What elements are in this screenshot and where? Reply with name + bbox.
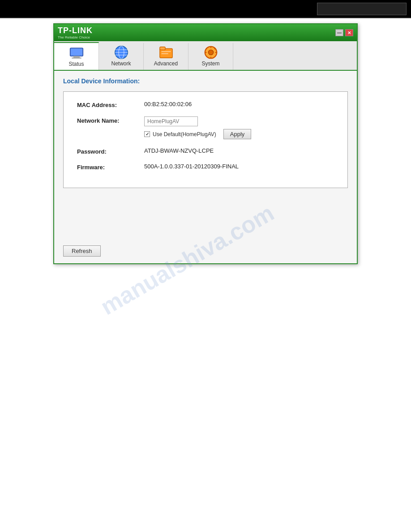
firmware-label: Firmware: (77, 163, 144, 171)
advanced-icon (159, 46, 173, 59)
brand-logo: TP-LINK The Reliable Choice (58, 26, 93, 39)
password-label: Password: (77, 147, 144, 155)
main-window: TP-LINK The Reliable Choice — ✕ Status (53, 23, 358, 264)
svg-rect-0 (70, 48, 82, 56)
network-name-input[interactable] (144, 116, 198, 126)
svg-rect-2 (72, 58, 81, 59)
info-box: MAC Address: 00:B2:52:00:02:06 Network N… (63, 91, 348, 188)
firmware-row: Firmware: 500A-1.0.0.337-01-20120309-FIN… (77, 163, 334, 171)
tab-status[interactable]: Status (54, 42, 99, 70)
network-name-label: Network Name: (77, 116, 144, 124)
brand-name: TP-LINK (58, 26, 93, 35)
top-bar (0, 0, 411, 18)
svg-rect-1 (73, 56, 79, 58)
tab-advanced-label: Advanced (154, 60, 178, 67)
apply-button[interactable]: Apply (223, 129, 252, 139)
svg-rect-17 (215, 52, 217, 53)
refresh-button[interactable]: Refresh (63, 245, 101, 257)
use-default-checkbox[interactable] (144, 131, 150, 137)
mac-value: 00:B2:52:00:02:06 (144, 101, 192, 107)
tab-system[interactable]: System (188, 43, 233, 70)
tab-advanced[interactable]: Advanced (144, 43, 188, 70)
mac-row: MAC Address: 00:B2:52:00:02:06 (77, 101, 334, 108)
svg-rect-11 (161, 53, 168, 54)
top-bar-right-block (317, 3, 407, 15)
svg-rect-10 (161, 51, 171, 52)
tab-system-label: System (201, 60, 219, 67)
section-title: Local Device Information: (63, 77, 348, 85)
password-value: ATDJ-BWAW-NZVQ-LCPE (144, 147, 214, 154)
close-button[interactable]: ✕ (345, 29, 353, 36)
content-area: Local Device Information: MAC Address: 0… (54, 71, 357, 241)
brand-tagline: The Reliable Choice (58, 35, 93, 39)
svg-rect-16 (204, 52, 206, 53)
svg-point-13 (208, 50, 213, 55)
divider (0, 18, 411, 19)
network-name-group: Use Default(HomePlugAV) Apply (144, 116, 251, 139)
tab-network-label: Network (111, 60, 131, 67)
tab-network[interactable]: Network (99, 43, 144, 70)
firmware-value: 500A-1.0.0.337-01-20120309-FINAL (144, 163, 239, 170)
use-default-label: Use Default(HomePlugAV) (153, 131, 216, 137)
footer-area: Refresh (54, 241, 357, 263)
svg-rect-15 (210, 56, 211, 59)
window-controls: — ✕ (335, 29, 353, 36)
use-default-row: Use Default(HomePlugAV) Apply (144, 129, 251, 139)
nav-tabs: Status Network (54, 41, 357, 71)
svg-rect-9 (159, 47, 165, 50)
password-row: Password: ATDJ-BWAW-NZVQ-LCPE (77, 147, 334, 155)
network-icon (114, 46, 128, 59)
network-name-row: Network Name: Use Default(HomePlugAV) Ap… (77, 116, 334, 139)
title-bar: TP-LINK The Reliable Choice — ✕ (54, 24, 357, 41)
minimize-button[interactable]: — (335, 29, 343, 36)
system-icon (204, 46, 218, 59)
status-icon (69, 47, 84, 59)
svg-rect-14 (210, 46, 211, 48)
tab-status-label: Status (68, 61, 84, 67)
mac-label: MAC Address: (77, 101, 144, 108)
